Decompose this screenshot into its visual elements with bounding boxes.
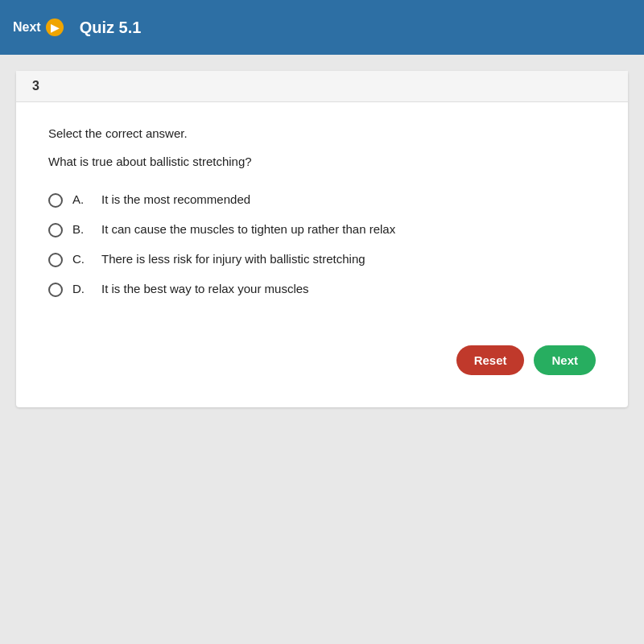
button-row: Reset Next [48, 337, 596, 375]
instruction-text: Select the correct answer. [48, 126, 596, 140]
option-text: It is the most recommended [101, 192, 250, 206]
question-body: Select the correct answer. What is true … [16, 102, 628, 407]
question-card: 3 Select the correct answer. What is tru… [16, 71, 628, 407]
option-label: C. [72, 252, 92, 266]
reset-button[interactable]: Reset [456, 345, 525, 375]
list-item[interactable]: A.It is the most recommended [48, 192, 596, 208]
list-item[interactable]: B.It can cause the muscles to tighten up… [48, 222, 596, 237]
option-text: It is the best way to relax your muscles [101, 282, 309, 295]
radio-circle[interactable] [48, 223, 63, 237]
quiz-title: Quiz 5.1 [80, 19, 142, 37]
content-area: 3 Select the correct answer. What is tru… [0, 55, 644, 644]
option-label: A. [72, 192, 92, 206]
options-list: A.It is the most recommendedB.It can cau… [48, 192, 596, 297]
radio-circle[interactable] [48, 253, 63, 267]
top-bar: Next ▶ Quiz 5.1 [0, 0, 644, 55]
radio-circle[interactable] [48, 193, 63, 208]
list-item[interactable]: C.There is less risk for injury with bal… [48, 252, 596, 267]
option-text: There is less risk for injury with balli… [101, 252, 365, 266]
question-number-bar: 3 [16, 71, 628, 102]
next-top-icon: ▶ [46, 19, 64, 36]
next-top-label: Next [13, 20, 41, 35]
list-item[interactable]: D.It is the best way to relax your muscl… [48, 282, 596, 297]
radio-circle[interactable] [48, 283, 63, 297]
question-number: 3 [32, 79, 39, 93]
next-button[interactable]: Next [534, 345, 596, 375]
option-label: B. [72, 222, 92, 236]
next-top-button[interactable]: Next ▶ [13, 19, 64, 36]
question-text: What is true about ballistic stretching? [48, 155, 596, 168]
option-label: D. [72, 282, 92, 295]
option-text: It can cause the muscles to tighten up r… [101, 222, 395, 236]
